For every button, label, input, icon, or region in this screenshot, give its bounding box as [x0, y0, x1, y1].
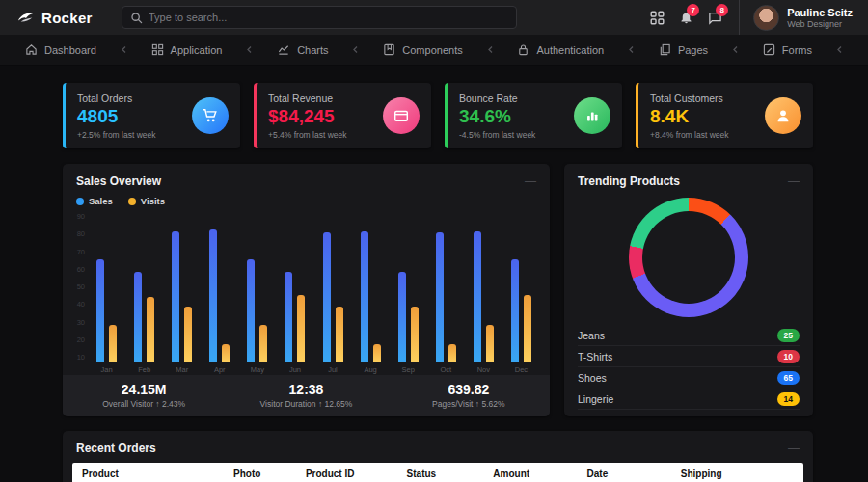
cart-icon: [192, 97, 229, 134]
nav-item-dashboard[interactable]: Dashboard: [25, 43, 96, 56]
sales-bar: [474, 231, 481, 363]
panel-menu-icon[interactable]: —: [525, 177, 536, 185]
stat-label: Bounce Rate: [459, 93, 535, 104]
stat-card[interactable]: Total Orders 4805 +2.5% from last week: [63, 83, 240, 148]
apps-grid-icon[interactable]: [642, 0, 671, 35]
grid-icon: [151, 43, 164, 56]
product-badge: 65: [777, 371, 800, 385]
sales-bar: [436, 232, 444, 362]
bookmark-icon: [383, 43, 395, 56]
chevron-icon[interactable]: [732, 45, 739, 54]
product-label: T-Shirts: [578, 351, 612, 362]
messages-chat-icon[interactable]: 8: [700, 0, 729, 35]
chart-legend-item[interactable]: Sales: [76, 196, 113, 206]
nav-item-pages[interactable]: Pages: [659, 43, 708, 56]
column-header: Amount: [493, 469, 586, 479]
column-header: Product ID: [306, 469, 407, 479]
legend-label: Visits: [141, 196, 165, 206]
stat-card[interactable]: Total Customers 8.4K +8.4% from last wee…: [636, 83, 813, 148]
footer-stat-value: 639.82: [388, 382, 550, 397]
chevron-icon[interactable]: [487, 45, 494, 54]
lock-icon: [517, 43, 529, 56]
donut-chart: [629, 198, 748, 317]
footer-stat-label: Pages/Visit ↑ 5.62%: [388, 399, 550, 409]
visits-bar: [222, 344, 230, 363]
visits-bar: [109, 325, 117, 362]
sales-bar: [285, 272, 292, 362]
list-item[interactable]: Jeans 25: [578, 325, 800, 346]
chevron-icon[interactable]: [836, 45, 843, 54]
search-icon: [130, 12, 143, 24]
orders-table-header: Product Photo Product ID Status Amount D…: [72, 463, 803, 482]
messages-badge: 8: [716, 4, 728, 16]
nav-item-application[interactable]: Application: [151, 43, 223, 56]
page-content: Total Orders 4805 +2.5% from last week T…: [0, 66, 868, 482]
legend-label: Sales: [89, 196, 113, 206]
search-input[interactable]: [149, 12, 508, 23]
column-header: Photo: [233, 469, 306, 479]
pages-icon: [659, 43, 671, 56]
list-item[interactable]: T-Shirts 10: [578, 346, 800, 367]
visits-bar: [486, 325, 494, 362]
product-badge: 25: [777, 329, 800, 342]
trending-products-panel: Trending Products — Jeans 25 T-Shirts 10…: [564, 164, 813, 416]
bar-chart: 908070605040302010 JanFebMarAprMayJunJul…: [63, 208, 550, 375]
column-header: Date: [587, 469, 681, 479]
nav-item-authentication[interactable]: Authentication: [517, 43, 604, 56]
stat-sub: +2.5% from last week: [77, 130, 156, 140]
stat-sub: -4.5% from last week: [459, 130, 535, 140]
bar-chart-icon: [574, 97, 610, 134]
bar-group: Apr: [206, 212, 233, 375]
stat-card[interactable]: Bounce Rate 34.6% -4.5% from last week: [445, 83, 622, 148]
list-item[interactable]: Shoes 65: [578, 367, 800, 388]
chart-line-icon: [277, 43, 290, 56]
bar-group: Nov: [470, 212, 497, 375]
stat-card[interactable]: Total Revenue $84,245 +5.4% from last we…: [254, 83, 431, 148]
chevron-icon[interactable]: [246, 45, 253, 54]
user-role: Web Designer: [787, 19, 853, 29]
stats-row: Total Orders 4805 +2.5% from last week T…: [63, 83, 813, 148]
visits-bar: [524, 295, 531, 362]
panel-menu-icon[interactable]: —: [788, 444, 800, 452]
bar-group: Aug: [357, 212, 384, 375]
visits-bar: [297, 295, 305, 362]
sales-bar: [323, 232, 331, 362]
stat-label: Total Revenue: [268, 93, 347, 104]
sales-bar: [511, 259, 519, 362]
sales-bar: [134, 272, 142, 362]
product-label: Lingerie: [578, 393, 613, 405]
stat-label: Total Customers: [650, 93, 729, 104]
footer-stat-value: 24.15M: [63, 382, 225, 397]
chevron-icon[interactable]: [121, 45, 127, 54]
bar-group: Jul: [319, 212, 346, 375]
chevron-icon[interactable]: [352, 45, 359, 54]
user-menu[interactable]: Pauline Seitz Web Designer: [739, 0, 868, 35]
sales-bar: [361, 231, 368, 363]
search-bar[interactable]: [122, 6, 517, 29]
brand[interactable]: Rocker: [0, 10, 114, 26]
sales-overview-panel: Sales Overview — Sales Visits 9080706050…: [63, 164, 550, 416]
nav-item-forms[interactable]: Forms: [763, 43, 812, 56]
chevron-icon[interactable]: [628, 45, 635, 54]
product-badge: 10: [777, 350, 800, 363]
sales-bar: [172, 231, 179, 363]
edit-icon: [763, 43, 775, 56]
visits-bar: [448, 344, 456, 363]
legend-dot: [128, 198, 136, 205]
brand-name: Rocker: [41, 10, 93, 26]
stat-value: 34.6%: [459, 106, 535, 127]
nav-item-components[interactable]: Components: [383, 43, 462, 56]
bar-group: Oct: [432, 212, 459, 375]
main-nav: Dashboard Application Charts Components …: [0, 35, 868, 66]
sales-bar: [96, 259, 104, 362]
stat-value: 4805: [77, 106, 156, 127]
panel-title: Sales Overview: [76, 174, 161, 188]
notifications-bell-icon[interactable]: 7: [671, 0, 700, 35]
footer-stat-value: 12:38: [225, 382, 387, 397]
nav-item-charts[interactable]: Charts: [277, 43, 328, 56]
list-item[interactable]: Lingerie 14: [578, 388, 800, 410]
column-header: Status: [407, 469, 494, 479]
panel-menu-icon[interactable]: —: [788, 177, 800, 185]
recent-orders-panel: Recent Orders — Product Photo Product ID…: [63, 431, 813, 482]
chart-legend-item[interactable]: Visits: [128, 196, 165, 206]
